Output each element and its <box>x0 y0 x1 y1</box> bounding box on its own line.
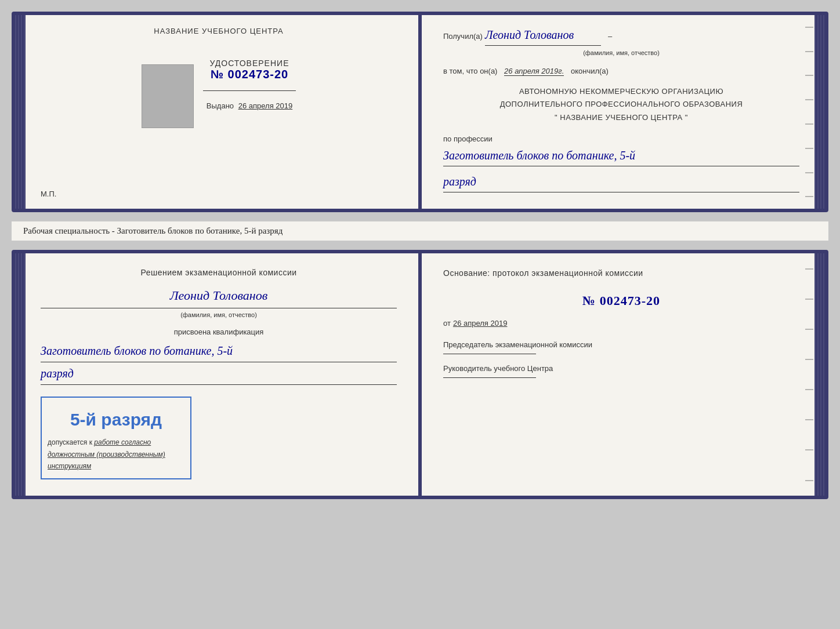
mp-label: М.П. <box>41 190 56 198</box>
vydano-value: 26 апреля 2019 <box>238 101 293 110</box>
udostoverenie-block: УДОСТОВЕРЕНИЕ № 002473-20 Выдано 26 апре… <box>203 59 296 110</box>
lower-spine-left <box>15 253 26 495</box>
prisvoena-label: присвоена квалификация <box>41 326 397 339</box>
upper-card-right: Получил(а) Леонид Толованов – (фамилия, … <box>418 15 825 209</box>
photo-placeholder <box>142 64 194 128</box>
udostoverenie-label: УДОСТОВЕРЕНИЕ <box>203 59 296 68</box>
upper-card-left: НАЗВАНИЕ УЧЕБНОГО ЦЕНТРА УДОСТОВЕРЕНИЕ №… <box>15 15 418 209</box>
resheniem-title: Решением экзаменационной комиссии <box>41 266 397 280</box>
page-wrapper: НАЗВАНИЕ УЧЕБНОГО ЦЕНТРА УДОСТОВЕРЕНИЕ №… <box>12 12 828 499</box>
poluchil-line: Получил(а) Леонид Толованов – <box>443 26 799 46</box>
upper-profession-handwritten: Заготовитель блоков по ботанике, 5-й <box>443 146 799 166</box>
vydano-line: Выдано 26 апреля 2019 <box>203 101 296 110</box>
lower-right-edge-ticks <box>805 253 813 495</box>
predsedatel-label: Председатель экзаменационной комиссии <box>443 340 799 350</box>
rukovoditel-label: Руководитель учебного Центра <box>443 363 799 374</box>
lower-spine-right <box>814 253 825 495</box>
lower-fio-caption: (фамилия, имя, отчество) <box>41 310 397 321</box>
ot-line: от 26 апреля 2019 <box>443 317 799 330</box>
osnovanie-title: Основание: протокол экзаменационной коми… <box>443 266 799 281</box>
org-block: АВТОНОМНУЮ НЕКОММЕРЧЕСКУЮ ОРГАНИЗАЦИЮ ДО… <box>443 85 799 123</box>
vtom-date: 26 апреля 2019г. <box>504 67 564 76</box>
rukovoditel-block: Руководитель учебного Центра <box>443 363 799 378</box>
org-line2: ДОПОЛНИТЕЛЬНОГО ПРОФЕССИОНАЛЬНОГО ОБРАЗО… <box>443 98 799 111</box>
ot-label: от <box>443 317 451 330</box>
vtom-line: в том, что он(а) 26 апреля 2019г. окончи… <box>443 66 799 78</box>
vydano-label: Выдано <box>207 101 234 110</box>
stamp-grade: 5-й разряд <box>48 405 184 434</box>
vtom-label: в том, что он(а) <box>443 67 497 75</box>
specialty-line: Рабочая специальность - Заготовитель бло… <box>12 221 828 241</box>
right-edge-ticks <box>805 15 813 209</box>
lower-razryad-handwritten: разряд <box>41 363 397 385</box>
stamp-dopuskaetsya: допускается к работе согласно должностны… <box>48 437 184 472</box>
udostoverenie-number: № 002473-20 <box>203 68 296 81</box>
po-professii-label: по профессии <box>443 133 799 146</box>
lower-document-card: Решением экзаменационной комиссии Леонид… <box>12 250 828 499</box>
poluchil-name: Леонид Толованов <box>485 26 601 46</box>
rukovoditel-sig-line <box>443 377 536 378</box>
upper-fio-caption: (фамилия, имя, отчество) <box>443 48 799 59</box>
upper-center-title: НАЗВАНИЕ УЧЕБНОГО ЦЕНТРА <box>154 27 283 35</box>
lower-fio-handwritten: Леонид Толованов <box>41 285 397 308</box>
protocol-number: № 002473-20 <box>443 289 799 312</box>
vtom-suffix: окончил(а) <box>571 67 609 75</box>
upper-document-card: НАЗВАНИЕ УЧЕБНОГО ЦЕНТРА УДОСТОВЕРЕНИЕ №… <box>12 12 828 212</box>
spine-left <box>15 15 26 209</box>
spine-right <box>814 15 825 209</box>
lower-card-left: Решением экзаменационной комиссии Леонид… <box>15 253 418 495</box>
org-line1: АВТОНОМНУЮ НЕКОММЕРЧЕСКУЮ ОРГАНИЗАЦИЮ <box>443 85 799 98</box>
predsedatel-block: Председатель экзаменационной комиссии <box>443 340 799 354</box>
stamp-box: 5-й разряд допускается к работе согласно… <box>41 397 191 479</box>
ot-value: 26 апреля 2019 <box>453 317 508 330</box>
poluchil-label: Получил(а) <box>443 31 483 43</box>
lower-card-right: Основание: протокол экзаменационной коми… <box>418 253 825 495</box>
predsedatel-sig-line <box>443 354 536 354</box>
upper-razryad-handwritten: разряд <box>443 172 799 192</box>
org-line3: " НАЗВАНИЕ УЧЕБНОГО ЦЕНТРА " <box>443 111 799 124</box>
lower-kvalif-handwritten: Заготовитель блоков по ботанике, 5-й <box>41 341 397 362</box>
